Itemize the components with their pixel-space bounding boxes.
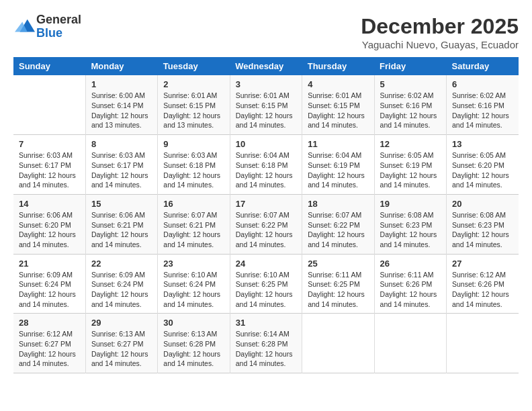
day-info: Sunrise: 6:13 AM Sunset: 6:27 PM Dayligh… [91, 329, 152, 369]
table-row: 19Sunrise: 6:08 AM Sunset: 6:23 PM Dayli… [374, 194, 446, 254]
table-row: 21Sunrise: 6:09 AM Sunset: 6:24 PM Dayli… [13, 254, 85, 314]
day-info: Sunrise: 6:04 AM Sunset: 6:19 PM Dayligh… [308, 150, 368, 190]
day-info: Sunrise: 6:04 AM Sunset: 6:18 PM Dayligh… [236, 150, 296, 190]
table-row: 12Sunrise: 6:05 AM Sunset: 6:19 PM Dayli… [374, 135, 446, 195]
day-info: Sunrise: 6:11 AM Sunset: 6:25 PM Dayligh… [308, 270, 368, 310]
calendar-week-5: 28Sunrise: 6:12 AM Sunset: 6:27 PM Dayli… [13, 314, 519, 373]
day-info: Sunrise: 6:07 AM Sunset: 6:21 PM Dayligh… [163, 210, 224, 250]
day-number: 12 [380, 139, 441, 149]
day-number: 31 [236, 318, 296, 328]
day-number: 1 [91, 79, 152, 89]
calendar-week-4: 21Sunrise: 6:09 AM Sunset: 6:24 PM Dayli… [13, 254, 519, 314]
table-row: 31Sunrise: 6:14 AM Sunset: 6:28 PM Dayli… [230, 314, 302, 373]
day-info: Sunrise: 6:00 AM Sunset: 6:14 PM Dayligh… [91, 91, 152, 130]
day-info: Sunrise: 6:09 AM Sunset: 6:24 PM Dayligh… [91, 270, 152, 310]
table-row: 4Sunrise: 6:01 AM Sunset: 6:15 PM Daylig… [302, 75, 374, 134]
table-row: 28Sunrise: 6:12 AM Sunset: 6:27 PM Dayli… [13, 314, 85, 373]
table-row: 6Sunrise: 6:02 AM Sunset: 6:16 PM Daylig… [447, 75, 519, 134]
table-row [13, 75, 85, 134]
table-row: 3Sunrise: 6:01 AM Sunset: 6:15 PM Daylig… [230, 75, 302, 134]
day-number: 21 [19, 259, 80, 269]
table-row: 23Sunrise: 6:10 AM Sunset: 6:24 PM Dayli… [158, 254, 230, 314]
table-row: 17Sunrise: 6:07 AM Sunset: 6:22 PM Dayli… [230, 194, 302, 254]
day-number: 11 [308, 139, 368, 149]
col-thursday: Thursday [302, 57, 374, 75]
day-info: Sunrise: 6:02 AM Sunset: 6:16 PM Dayligh… [380, 91, 441, 130]
col-sunday: Sunday [13, 57, 85, 75]
col-saturday: Saturday [447, 57, 519, 75]
day-number: 27 [452, 259, 513, 269]
day-number: 24 [236, 259, 296, 269]
day-number: 17 [236, 199, 296, 209]
table-row: 24Sunrise: 6:10 AM Sunset: 6:25 PM Dayli… [230, 254, 302, 314]
table-row: 16Sunrise: 6:07 AM Sunset: 6:21 PM Dayli… [158, 194, 230, 254]
table-row: 22Sunrise: 6:09 AM Sunset: 6:24 PM Dayli… [85, 254, 157, 314]
table-row: 13Sunrise: 6:05 AM Sunset: 6:20 PM Dayli… [447, 135, 519, 195]
col-tuesday: Tuesday [158, 57, 230, 75]
col-wednesday: Wednesday [230, 57, 302, 75]
day-number: 30 [163, 318, 224, 328]
day-info: Sunrise: 6:03 AM Sunset: 6:18 PM Dayligh… [163, 150, 224, 190]
table-row: 11Sunrise: 6:04 AM Sunset: 6:19 PM Dayli… [302, 135, 374, 195]
day-number: 3 [236, 79, 296, 89]
table-row [447, 314, 519, 373]
header-row: Sunday Monday Tuesday Wednesday Thursday… [13, 57, 519, 75]
day-number: 7 [19, 139, 80, 149]
col-monday: Monday [85, 57, 157, 75]
day-info: Sunrise: 6:06 AM Sunset: 6:21 PM Dayligh… [91, 210, 152, 250]
col-friday: Friday [374, 57, 446, 75]
day-info: Sunrise: 6:01 AM Sunset: 6:15 PM Dayligh… [308, 91, 368, 130]
day-info: Sunrise: 6:03 AM Sunset: 6:17 PM Dayligh… [91, 150, 152, 190]
day-info: Sunrise: 6:14 AM Sunset: 6:28 PM Dayligh… [236, 329, 296, 369]
table-row: 15Sunrise: 6:06 AM Sunset: 6:21 PM Dayli… [85, 194, 157, 254]
day-number: 6 [452, 79, 513, 89]
day-number: 25 [308, 259, 368, 269]
day-info: Sunrise: 6:12 AM Sunset: 6:27 PM Dayligh… [19, 329, 80, 369]
day-info: Sunrise: 6:01 AM Sunset: 6:15 PM Dayligh… [163, 91, 224, 130]
day-number: 4 [308, 79, 368, 89]
day-number: 19 [380, 199, 441, 209]
table-row: 8Sunrise: 6:03 AM Sunset: 6:17 PM Daylig… [85, 135, 157, 195]
day-number: 2 [163, 79, 224, 89]
table-row: 26Sunrise: 6:11 AM Sunset: 6:26 PM Dayli… [374, 254, 446, 314]
table-row [302, 314, 374, 373]
table-row [374, 314, 446, 373]
day-number: 8 [91, 139, 152, 149]
day-info: Sunrise: 6:10 AM Sunset: 6:24 PM Dayligh… [163, 270, 224, 310]
logo: General Blue [13, 13, 81, 40]
month-title: December 2025 [361, 13, 519, 39]
table-row: 25Sunrise: 6:11 AM Sunset: 6:25 PM Dayli… [302, 254, 374, 314]
table-row: 10Sunrise: 6:04 AM Sunset: 6:18 PM Dayli… [230, 135, 302, 195]
day-info: Sunrise: 6:09 AM Sunset: 6:24 PM Dayligh… [19, 270, 80, 310]
day-info: Sunrise: 6:11 AM Sunset: 6:26 PM Dayligh… [380, 270, 441, 310]
day-number: 9 [163, 139, 224, 149]
table-row: 1Sunrise: 6:00 AM Sunset: 6:14 PM Daylig… [85, 75, 157, 134]
day-number: 20 [452, 199, 513, 209]
day-info: Sunrise: 6:05 AM Sunset: 6:19 PM Dayligh… [380, 150, 441, 190]
day-number: 22 [91, 259, 152, 269]
day-number: 26 [380, 259, 441, 269]
table-row: 27Sunrise: 6:12 AM Sunset: 6:26 PM Dayli… [447, 254, 519, 314]
table-row: 30Sunrise: 6:13 AM Sunset: 6:28 PM Dayli… [158, 314, 230, 373]
logo-icon [15, 15, 35, 36]
table-row: 18Sunrise: 6:07 AM Sunset: 6:22 PM Dayli… [302, 194, 374, 254]
logo-general-text: General [36, 13, 81, 26]
day-info: Sunrise: 6:10 AM Sunset: 6:25 PM Dayligh… [236, 270, 296, 310]
day-number: 15 [91, 199, 152, 209]
day-info: Sunrise: 6:06 AM Sunset: 6:20 PM Dayligh… [19, 210, 80, 250]
day-info: Sunrise: 6:13 AM Sunset: 6:28 PM Dayligh… [163, 329, 224, 369]
day-number: 23 [163, 259, 224, 269]
title-block: December 2025 Yaguachi Nuevo, Guayas, Ec… [361, 13, 519, 50]
calendar-week-1: 1Sunrise: 6:00 AM Sunset: 6:14 PM Daylig… [13, 75, 519, 134]
logo-blue-text: Blue [36, 26, 62, 40]
calendar-week-3: 14Sunrise: 6:06 AM Sunset: 6:20 PM Dayli… [13, 194, 519, 254]
day-number: 14 [19, 199, 80, 209]
table-row: 29Sunrise: 6:13 AM Sunset: 6:27 PM Dayli… [85, 314, 157, 373]
day-info: Sunrise: 6:03 AM Sunset: 6:17 PM Dayligh… [19, 150, 80, 190]
page-header: General Blue December 2025 Yaguachi Nuev… [13, 13, 519, 50]
day-number: 18 [308, 199, 368, 209]
day-number: 5 [380, 79, 441, 89]
location-subtitle: Yaguachi Nuevo, Guayas, Ecuador [361, 39, 519, 50]
table-row: 5Sunrise: 6:02 AM Sunset: 6:16 PM Daylig… [374, 75, 446, 134]
day-info: Sunrise: 6:08 AM Sunset: 6:23 PM Dayligh… [380, 210, 441, 250]
